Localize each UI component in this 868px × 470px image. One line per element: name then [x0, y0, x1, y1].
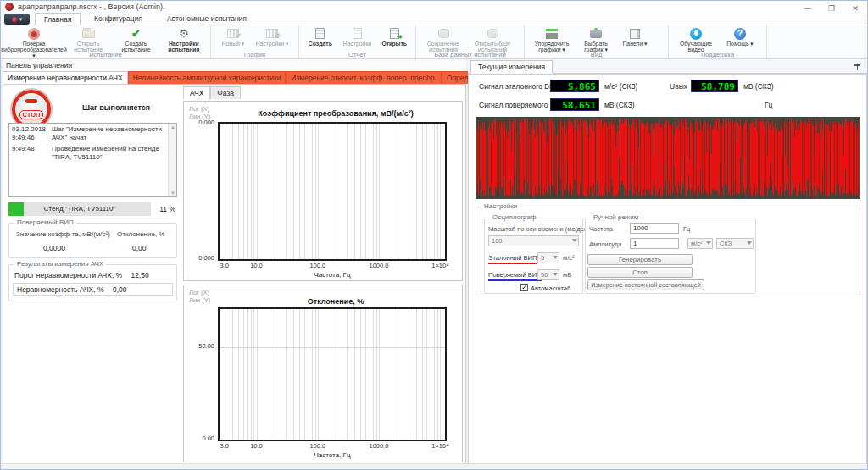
vertical-gridline: [416, 124, 417, 259]
threshold-value: 12,50: [131, 271, 149, 279]
tab-transverse-coeff[interactable]: Измерение относит. коэфф. попер. преобр.: [286, 71, 442, 84]
amplitude-unit-select[interactable]: м/с²: [687, 238, 713, 249]
conversion-coefficient-chart: Лог (X)Лин (Y) Коэффициент преобразовани…: [183, 101, 463, 281]
tab-glavnaya[interactable]: Главная: [35, 13, 81, 25]
amplitude-input[interactable]: [630, 238, 679, 249]
app-window: арапрапрапрапр.nscrx - , Версия (Admin).…: [0, 0, 868, 470]
new-chart-button[interactable]: ✔ Новый ▾: [214, 26, 253, 47]
stop-generation-button[interactable]: Стоп: [587, 267, 693, 278]
tab-avtonomnye-ispytaniya[interactable]: Автономные испытания: [159, 13, 255, 25]
scroll-down-icon[interactable]: ▼: [169, 191, 177, 196]
arrange-charts-button[interactable]: Упорядочить графики ▾: [527, 26, 576, 53]
vertical-gridline: [315, 309, 316, 440]
tab-afc[interactable]: АЧХ: [183, 86, 210, 99]
save-test-button[interactable]: Сохранение испытания: [419, 26, 468, 53]
vertical-gridline: [360, 309, 361, 440]
select-chart-button[interactable]: Выбрать график ▾: [576, 26, 615, 53]
vertical-gridline: [379, 124, 380, 259]
vertical-gridline: [373, 124, 374, 259]
chart-title: Отклонение, %: [218, 297, 453, 306]
scroll-up-icon[interactable]: ▲: [169, 124, 177, 130]
vertical-gridline: [247, 124, 248, 259]
save-test-db-icon: [438, 29, 449, 38]
amplitude-mode-select[interactable]: СКЗ: [716, 238, 754, 249]
open-test-db-button[interactable]: Открыть базу испытаний: [468, 26, 517, 53]
tab-amplitude-nonlinearity[interactable]: Нелинейность амплитудной характеристики: [128, 71, 287, 84]
tab-phase[interactable]: Фаза: [210, 86, 241, 99]
vertical-gridline: [275, 124, 275, 259]
vertical-gridline: [354, 309, 355, 440]
vertical-gridline: [243, 309, 244, 440]
panels-button[interactable]: Панели ▾: [615, 26, 654, 47]
create-test-button[interactable]: ✔ Создать испытание: [112, 26, 159, 53]
reference-range-select[interactable]: 5: [537, 252, 559, 263]
x-tick-label: 1×10⁴: [431, 262, 448, 269]
select-chart-icon: [590, 30, 602, 38]
time-scale-select[interactable]: 100: [488, 235, 579, 246]
tab-afc-unevenness[interactable]: Измерение неравномерности АЧХ: [3, 71, 128, 84]
dc-measure-button[interactable]: Измерение постоянной составляющей: [587, 279, 704, 290]
unevenness-label: Неравномерность АЧХ, %: [17, 285, 104, 294]
pin-icon[interactable]: [854, 63, 861, 70]
vertical-gridline: [232, 124, 233, 259]
ribbon-group-otchet: Создать Настройки ➜ Открыть Отчёт: [299, 25, 416, 58]
vertical-gridline: [398, 124, 398, 259]
vertical-gridline: [253, 124, 254, 259]
app-menu-button[interactable]: ▾: [4, 14, 30, 25]
vertical-gridline: [370, 124, 370, 259]
control-panel-body: СТОП Шаг выполняется 03.12.2018 9:49:46 …: [3, 84, 466, 465]
training-video-button[interactable]: Обучающие видео: [671, 26, 721, 53]
current-measurements-header: Текущие измерения: [468, 59, 867, 74]
log-scrollbar[interactable]: ▲ ▼: [168, 124, 176, 196]
dut-vip-label: Поверяемый ВИП: [488, 271, 542, 281]
vertical-gridline: [257, 309, 258, 440]
vertical-gridline: [426, 309, 427, 440]
report-open-button[interactable]: ➜ Открыть: [376, 26, 413, 47]
titlebar: арапрапрапрапр.nscrx - , Версия (Admin).: [1, 1, 867, 13]
progress-bar: Стенд "TIRA, TV51110": [8, 202, 151, 216]
open-test-db-icon: [487, 29, 498, 38]
chevron-down-icon: [747, 241, 752, 245]
coeff-value: 0,0000: [43, 244, 65, 252]
vertical-gridline: [299, 309, 300, 440]
vertical-gridline: [309, 309, 309, 440]
ribbon-group-label: База данных испытаний: [416, 51, 524, 58]
vertical-gridline: [253, 309, 254, 440]
dut-signal-display: 58,651: [550, 98, 599, 111]
ribbon-group-label: График: [211, 51, 298, 58]
chevron-down-icon: [553, 256, 558, 259]
vertical-gridline: [309, 124, 309, 259]
frequency-label: Частота: [589, 225, 613, 233]
vertical-gridline: [440, 124, 441, 259]
open-test-button[interactable]: Открыть испытание: [64, 26, 112, 53]
x-tick-label: 100.0: [309, 442, 326, 450]
tab-current-measurements[interactable]: Текущие измерения: [470, 60, 553, 74]
x-tick-label: 10.0: [250, 262, 263, 269]
y-tick-label: 50.00: [198, 342, 214, 350]
report-settings-button[interactable]: Настройки: [339, 26, 376, 47]
test-settings-button[interactable]: ⚙ Настройки испытания: [160, 26, 208, 53]
tab-konfiguratsiya[interactable]: Конфигурация: [86, 13, 151, 25]
reference-range-unit: м/с²: [563, 254, 575, 262]
vertical-gridline: [315, 124, 316, 259]
uout-unit: мВ (СКЗ): [743, 82, 774, 91]
report-open-icon: ➜: [390, 28, 399, 39]
vertical-gridline: [416, 309, 417, 440]
chart-settings-button[interactable]: ⚙ Настройки ▾: [253, 26, 292, 47]
chart-settings-icon: ⚙: [266, 29, 278, 38]
report-create-button[interactable]: Создать: [302, 26, 339, 47]
reference-signal-label: Сигнал эталонного ВИП: [479, 82, 559, 91]
vertical-gridline: [225, 124, 225, 259]
chevron-down-icon: [706, 241, 711, 245]
x-axis-label: Частота, Гц: [218, 271, 447, 279]
help-button[interactable]: ? Помощь ▾: [721, 26, 760, 47]
dut-range-select[interactable]: 50: [537, 269, 559, 280]
chart-tabs: АЧХ Фаза: [181, 86, 465, 99]
vertical-gridline: [238, 309, 239, 440]
vertical-gridline: [376, 124, 377, 259]
y-tick-label: 0.00: [202, 434, 214, 442]
plot-area: [218, 122, 447, 261]
frequency-input[interactable]: [630, 223, 679, 234]
generate-button[interactable]: Генерировать: [587, 254, 693, 265]
autoscale-checkbox[interactable]: ✓: [520, 284, 528, 291]
